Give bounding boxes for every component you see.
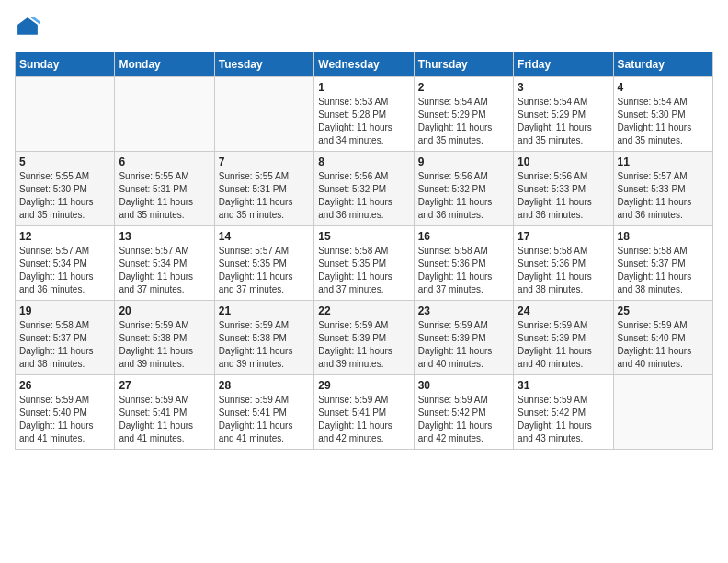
- weekday-header-wednesday: Wednesday: [314, 52, 414, 77]
- logo: [15, 15, 44, 40]
- calendar-cell: 1Sunrise: 5:53 AMSunset: 5:28 PMDaylight…: [314, 77, 414, 152]
- day-number: 30: [418, 379, 509, 392]
- day-number: 14: [219, 230, 310, 243]
- day-info: Sunrise: 5:59 AMSunset: 5:41 PMDaylight:…: [119, 394, 210, 445]
- day-info: Sunrise: 5:54 AMSunset: 5:30 PMDaylight:…: [618, 96, 709, 147]
- day-info: Sunrise: 5:56 AMSunset: 5:32 PMDaylight:…: [318, 170, 409, 222]
- day-number: 24: [518, 304, 609, 317]
- day-info: Sunrise: 5:57 AMSunset: 5:34 PMDaylight:…: [19, 245, 110, 296]
- weekday-header-sunday: Sunday: [16, 52, 115, 77]
- day-number: 21: [219, 304, 310, 317]
- weekday-header-saturday: Saturday: [613, 52, 712, 77]
- day-number: 31: [518, 379, 609, 392]
- day-info: Sunrise: 5:54 AMSunset: 5:29 PMDaylight:…: [418, 96, 509, 147]
- calendar-cell: 6Sunrise: 5:55 AMSunset: 5:31 PMDaylight…: [115, 152, 214, 226]
- calendar-week-5: 26Sunrise: 5:59 AMSunset: 5:40 PMDayligh…: [16, 375, 713, 450]
- calendar-cell: 18Sunrise: 5:58 AMSunset: 5:37 PMDayligh…: [613, 226, 712, 301]
- day-info: Sunrise: 5:59 AMSunset: 5:42 PMDaylight:…: [418, 394, 509, 445]
- calendar-body: 1Sunrise: 5:53 AMSunset: 5:28 PMDaylight…: [16, 77, 713, 450]
- calendar-week-2: 5Sunrise: 5:55 AMSunset: 5:30 PMDaylight…: [16, 152, 713, 226]
- calendar-cell: 31Sunrise: 5:59 AMSunset: 5:42 PMDayligh…: [514, 375, 613, 450]
- day-info: Sunrise: 5:58 AMSunset: 5:35 PMDaylight:…: [318, 245, 409, 296]
- day-number: 16: [418, 230, 509, 243]
- day-number: 28: [219, 379, 310, 392]
- day-number: 12: [19, 230, 110, 243]
- calendar-cell: 16Sunrise: 5:58 AMSunset: 5:36 PMDayligh…: [414, 226, 513, 301]
- weekday-header-friday: Friday: [514, 52, 613, 77]
- calendar-cell: 8Sunrise: 5:56 AMSunset: 5:32 PMDaylight…: [314, 152, 414, 226]
- day-info: Sunrise: 5:55 AMSunset: 5:31 PMDaylight:…: [119, 170, 210, 222]
- calendar-cell: 22Sunrise: 5:59 AMSunset: 5:39 PMDayligh…: [314, 301, 414, 375]
- day-number: 22: [318, 304, 409, 317]
- calendar-cell: 14Sunrise: 5:57 AMSunset: 5:35 PMDayligh…: [214, 226, 313, 301]
- calendar-cell: 15Sunrise: 5:58 AMSunset: 5:35 PMDayligh…: [314, 226, 414, 301]
- day-info: Sunrise: 5:56 AMSunset: 5:32 PMDaylight:…: [418, 170, 509, 222]
- day-info: Sunrise: 5:59 AMSunset: 5:41 PMDaylight:…: [219, 394, 310, 445]
- day-number: 8: [318, 155, 409, 168]
- calendar-cell: 5Sunrise: 5:55 AMSunset: 5:30 PMDaylight…: [16, 152, 115, 226]
- day-info: Sunrise: 5:57 AMSunset: 5:34 PMDaylight:…: [119, 245, 210, 296]
- day-info: Sunrise: 5:53 AMSunset: 5:28 PMDaylight:…: [318, 96, 409, 147]
- calendar-week-4: 19Sunrise: 5:58 AMSunset: 5:37 PMDayligh…: [16, 301, 713, 375]
- day-info: Sunrise: 5:59 AMSunset: 5:39 PMDaylight:…: [418, 319, 509, 371]
- day-number: 23: [418, 304, 509, 317]
- day-number: 26: [19, 379, 110, 392]
- day-number: 29: [318, 379, 409, 392]
- day-number: 3: [518, 81, 609, 94]
- day-info: Sunrise: 5:59 AMSunset: 5:38 PMDaylight:…: [119, 319, 210, 371]
- calendar-cell: 2Sunrise: 5:54 AMSunset: 5:29 PMDaylight…: [414, 77, 513, 152]
- day-info: Sunrise: 5:59 AMSunset: 5:38 PMDaylight:…: [219, 319, 310, 371]
- calendar-cell: 9Sunrise: 5:56 AMSunset: 5:32 PMDaylight…: [414, 152, 513, 226]
- day-number: 10: [518, 155, 609, 168]
- calendar-cell: [613, 375, 712, 450]
- calendar-cell: 21Sunrise: 5:59 AMSunset: 5:38 PMDayligh…: [214, 301, 313, 375]
- day-number: 18: [618, 230, 709, 243]
- day-number: 4: [618, 81, 709, 94]
- day-info: Sunrise: 5:55 AMSunset: 5:30 PMDaylight:…: [19, 170, 110, 222]
- day-number: 11: [618, 155, 709, 168]
- day-number: 5: [19, 155, 110, 168]
- calendar-cell: 3Sunrise: 5:54 AMSunset: 5:29 PMDaylight…: [514, 77, 613, 152]
- day-number: 7: [219, 155, 310, 168]
- day-number: 17: [518, 230, 609, 243]
- calendar-cell: 4Sunrise: 5:54 AMSunset: 5:30 PMDaylight…: [613, 77, 712, 152]
- day-number: 13: [119, 230, 210, 243]
- calendar-cell: 20Sunrise: 5:59 AMSunset: 5:38 PMDayligh…: [115, 301, 214, 375]
- day-info: Sunrise: 5:57 AMSunset: 5:33 PMDaylight:…: [618, 170, 709, 222]
- day-number: 19: [19, 304, 110, 317]
- day-number: 9: [418, 155, 509, 168]
- calendar-cell: 19Sunrise: 5:58 AMSunset: 5:37 PMDayligh…: [16, 301, 115, 375]
- calendar-cell: 23Sunrise: 5:59 AMSunset: 5:39 PMDayligh…: [414, 301, 513, 375]
- calendar-cell: 29Sunrise: 5:59 AMSunset: 5:41 PMDayligh…: [314, 375, 414, 450]
- calendar-cell: 28Sunrise: 5:59 AMSunset: 5:41 PMDayligh…: [214, 375, 313, 450]
- calendar-cell: [214, 77, 313, 152]
- calendar-week-3: 12Sunrise: 5:57 AMSunset: 5:34 PMDayligh…: [16, 226, 713, 301]
- day-info: Sunrise: 5:58 AMSunset: 5:37 PMDaylight:…: [618, 245, 709, 296]
- weekday-header-tuesday: Tuesday: [214, 52, 313, 77]
- calendar-cell: [115, 77, 214, 152]
- day-number: 15: [318, 230, 409, 243]
- calendar-header: SundayMondayTuesdayWednesdayThursdayFrid…: [16, 52, 713, 77]
- calendar-cell: 24Sunrise: 5:59 AMSunset: 5:39 PMDayligh…: [514, 301, 613, 375]
- day-number: 27: [119, 379, 210, 392]
- header: [15, 15, 713, 40]
- weekday-header-thursday: Thursday: [414, 52, 513, 77]
- day-info: Sunrise: 5:58 AMSunset: 5:37 PMDaylight:…: [19, 319, 110, 371]
- weekday-header-monday: Monday: [115, 52, 214, 77]
- calendar-cell: 17Sunrise: 5:58 AMSunset: 5:36 PMDayligh…: [514, 226, 613, 301]
- calendar-cell: 7Sunrise: 5:55 AMSunset: 5:31 PMDaylight…: [214, 152, 313, 226]
- calendar-cell: 27Sunrise: 5:59 AMSunset: 5:41 PMDayligh…: [115, 375, 214, 450]
- day-info: Sunrise: 5:58 AMSunset: 5:36 PMDaylight:…: [418, 245, 509, 296]
- calendar-cell: 26Sunrise: 5:59 AMSunset: 5:40 PMDayligh…: [16, 375, 115, 450]
- day-info: Sunrise: 5:55 AMSunset: 5:31 PMDaylight:…: [219, 170, 310, 222]
- calendar-cell: 25Sunrise: 5:59 AMSunset: 5:40 PMDayligh…: [613, 301, 712, 375]
- day-number: 20: [119, 304, 210, 317]
- day-info: Sunrise: 5:59 AMSunset: 5:40 PMDaylight:…: [19, 394, 110, 445]
- calendar-cell: 11Sunrise: 5:57 AMSunset: 5:33 PMDayligh…: [613, 152, 712, 226]
- day-info: Sunrise: 5:59 AMSunset: 5:39 PMDaylight:…: [518, 319, 609, 371]
- day-info: Sunrise: 5:59 AMSunset: 5:40 PMDaylight:…: [618, 319, 709, 371]
- weekday-header-row: SundayMondayTuesdayWednesdayThursdayFrid…: [16, 52, 713, 77]
- day-info: Sunrise: 5:54 AMSunset: 5:29 PMDaylight:…: [518, 96, 609, 147]
- calendar: SundayMondayTuesdayWednesdayThursdayFrid…: [15, 52, 713, 450]
- day-info: Sunrise: 5:59 AMSunset: 5:42 PMDaylight:…: [518, 394, 609, 445]
